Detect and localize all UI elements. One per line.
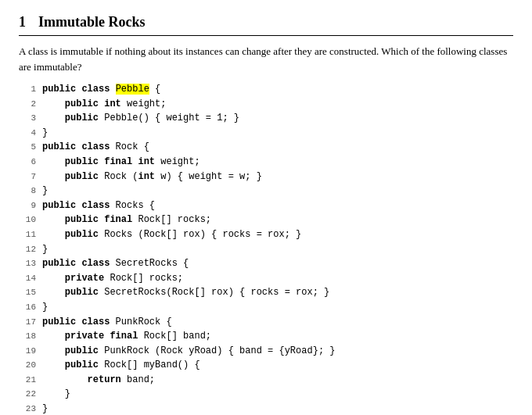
line-number: 18 xyxy=(19,330,36,343)
code-line: 6 public final int weight; xyxy=(19,155,513,170)
line-number: 16 xyxy=(19,301,36,314)
line-number: 11 xyxy=(19,228,36,241)
code-line: 7 public Rock (int w) { weight = w; } xyxy=(19,170,513,184)
code-line: 14 private Rock[] rocks; xyxy=(19,271,513,286)
code-line: 18 private final Rock[] band; xyxy=(19,329,513,344)
line-number: 20 xyxy=(19,359,36,372)
code-line: 3 public Pebble() { weight = 1; } xyxy=(19,111,513,126)
line-number: 4 xyxy=(19,127,36,140)
section-number: 1 xyxy=(19,14,26,30)
line-content: } xyxy=(42,387,70,402)
line-number: 6 xyxy=(19,156,36,169)
line-content: public SecretRocks(Rock[] rox) { rocks =… xyxy=(42,285,329,300)
section-title: Immutable Rocks xyxy=(38,14,146,30)
code-line: 9public class Rocks { xyxy=(19,199,513,213)
line-content: public Rocks (Rock[] rox) { rocks = rox;… xyxy=(42,227,301,242)
code-line: 4} xyxy=(19,126,513,141)
code-block: 1public class Pebble {2 public int weigh… xyxy=(19,82,513,415)
line-content: return band; xyxy=(42,373,155,388)
line-content: private Rock[] rocks; xyxy=(42,271,183,286)
header: 1 Immutable Rocks xyxy=(19,14,513,36)
line-content: public int weight; xyxy=(42,97,166,112)
line-content: public final Rock[] rocks; xyxy=(42,213,211,227)
line-content: } xyxy=(42,184,48,199)
code-line: 10 public final Rock[] rocks; xyxy=(19,213,513,227)
code-line: 8} xyxy=(19,184,513,199)
line-content: public final int weight; xyxy=(42,155,200,170)
code-line: 12} xyxy=(19,242,513,257)
line-number: 17 xyxy=(19,316,36,329)
line-content: } xyxy=(42,126,48,141)
line-content: public Pebble() { weight = 1; } xyxy=(42,111,239,126)
line-number: 13 xyxy=(19,257,36,270)
code-line: 13public class SecretRocks { xyxy=(19,256,513,271)
code-line: 16} xyxy=(19,300,513,315)
line-number: 12 xyxy=(19,243,36,256)
code-line: 21 return band; xyxy=(19,373,513,388)
line-number: 21 xyxy=(19,374,36,387)
code-line: 22 } xyxy=(19,387,513,402)
code-line: 17public class PunkRock { xyxy=(19,315,513,330)
code-line: 23} xyxy=(19,402,513,415)
code-line: 15 public SecretRocks(Rock[] rox) { rock… xyxy=(19,285,513,300)
line-number: 10 xyxy=(19,213,36,227)
line-number: 8 xyxy=(19,184,36,198)
description: A class is immutable if nothing about it… xyxy=(19,44,513,74)
line-content: private final Rock[] band; xyxy=(42,329,211,344)
code-line: 1public class Pebble { xyxy=(19,82,513,97)
code-line: 19 public PunkRock (Rock yRoad) { band =… xyxy=(19,344,513,359)
line-number: 15 xyxy=(19,286,36,299)
line-content: } xyxy=(42,242,48,257)
line-number: 2 xyxy=(19,98,36,111)
code-line: 5public class Rock { xyxy=(19,140,513,155)
line-content: } xyxy=(42,402,48,415)
line-number: 5 xyxy=(19,141,36,154)
line-content: public class Rock { xyxy=(42,140,149,155)
code-line: 11 public Rocks (Rock[] rox) { rocks = r… xyxy=(19,227,513,242)
line-number: 7 xyxy=(19,170,36,184)
line-number: 19 xyxy=(19,345,36,358)
line-number: 1 xyxy=(19,83,36,96)
line-content: public class PunkRock { xyxy=(42,315,172,330)
code-line: 20 public Rock[] myBand() { xyxy=(19,358,513,373)
line-content: public Rock (int w) { weight = w; } xyxy=(42,170,262,184)
line-content: public class SecretRocks { xyxy=(42,256,189,271)
line-content: } xyxy=(42,300,48,315)
line-number: 23 xyxy=(19,402,36,415)
code-line: 2 public int weight; xyxy=(19,97,513,112)
line-number: 22 xyxy=(19,388,36,401)
line-content: public class Rocks { xyxy=(42,199,155,213)
line-content: public class Pebble { xyxy=(42,82,160,97)
line-number: 14 xyxy=(19,272,36,285)
line-number: 3 xyxy=(19,112,36,125)
line-content: public Rock[] myBand() { xyxy=(42,358,200,373)
line-content: public PunkRock (Rock yRoad) { band = {y… xyxy=(42,344,335,359)
line-number: 9 xyxy=(19,199,36,213)
